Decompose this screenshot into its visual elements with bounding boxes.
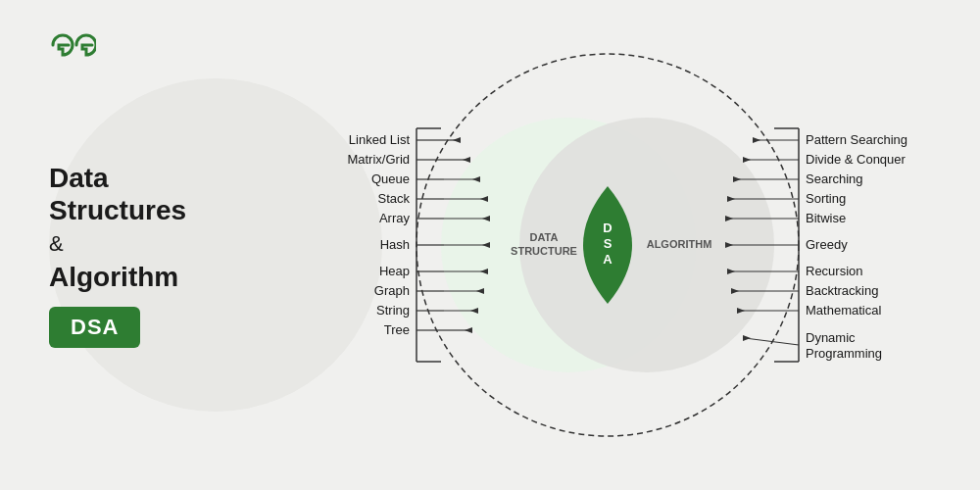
svg-text:Dynamic: Dynamic — [806, 330, 856, 345]
svg-text:Linked List: Linked List — [349, 132, 411, 147]
svg-text:Bitwise: Bitwise — [806, 211, 846, 225]
svg-text:A: A — [603, 252, 612, 267]
svg-text:Searching: Searching — [806, 172, 863, 186]
svg-text:Heap: Heap — [379, 264, 410, 278]
svg-text:Backtracking: Backtracking — [806, 283, 878, 298]
title-line3: Algorithm — [49, 261, 255, 294]
svg-text:Stack: Stack — [377, 191, 410, 206]
svg-text:S: S — [604, 236, 612, 251]
title-block: Data Structures & Algorithm DSA — [49, 162, 255, 349]
svg-marker-33 — [463, 157, 470, 163]
svg-marker-32 — [453, 137, 461, 143]
svg-text:Queue: Queue — [371, 172, 410, 186]
svg-text:Greedy: Greedy — [806, 237, 848, 252]
title-line1: Data — [49, 162, 255, 195]
svg-text:Hash: Hash — [380, 237, 410, 252]
svg-text:Sorting: Sorting — [806, 191, 846, 206]
svg-text:Graph: Graph — [374, 283, 410, 298]
svg-text:STRUCTURE: STRUCTURE — [511, 245, 577, 257]
svg-text:Divide & Conquer: Divide & Conquer — [806, 152, 906, 167]
svg-text:D: D — [603, 220, 612, 235]
diagram-area: DATA STRUCTURE ALGORITHM D S A — [235, 0, 980, 490]
svg-marker-65 — [753, 137, 760, 143]
svg-text:Matrix/Grid: Matrix/Grid — [347, 152, 410, 167]
left-panel: Data Structures & Algorithm DSA — [39, 0, 255, 490]
svg-text:Mathematical: Mathematical — [806, 303, 881, 318]
svg-text:ALGORITHM: ALGORITHM — [647, 238, 712, 250]
svg-text:String: String — [376, 303, 410, 318]
title-line2: Structures — [49, 194, 255, 227]
dsa-badge: DSA — [49, 307, 140, 348]
svg-text:Recursion: Recursion — [806, 264, 863, 278]
svg-text:Pattern Searching: Pattern Searching — [806, 132, 907, 147]
svg-text:Array: Array — [379, 211, 411, 225]
svg-text:Tree: Tree — [384, 322, 410, 337]
svg-text:Programming: Programming — [806, 346, 882, 361]
svg-text:DATA: DATA — [530, 231, 559, 243]
svg-marker-66 — [743, 157, 751, 163]
svg-marker-74 — [743, 335, 751, 341]
title-and: & — [49, 231, 255, 257]
svg-marker-41 — [465, 327, 472, 333]
